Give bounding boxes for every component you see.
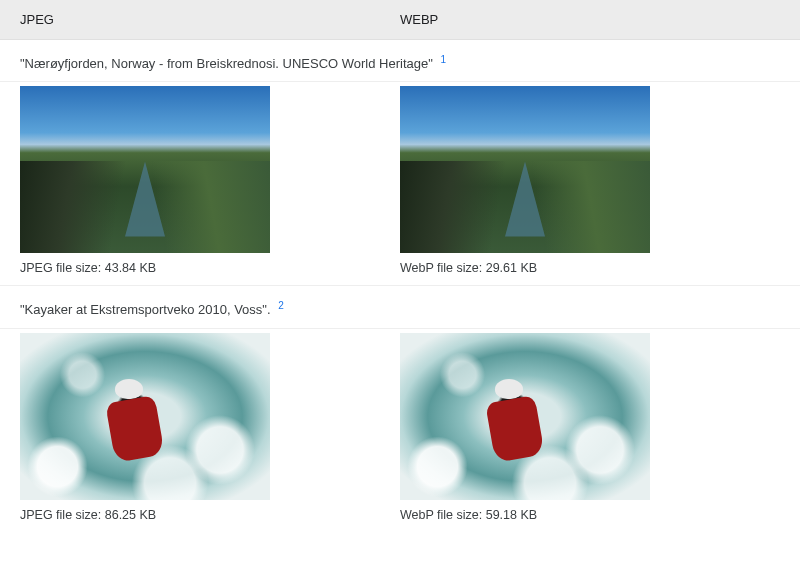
column-header-webp: WEBP (400, 12, 780, 27)
comparison-table: JPEG WEBP "Nærøyfjorden, Norway - from B… (0, 0, 800, 522)
table-header-row: JPEG WEBP (0, 0, 800, 40)
jpeg-size-label: JPEG file size: 86.25 KB (20, 508, 380, 522)
jpeg-cell: JPEG file size: 86.25 KB (20, 333, 400, 522)
image-caption: "Nærøyfjorden, Norway - from Breiskredno… (20, 56, 433, 71)
footnote-link[interactable]: 2 (278, 300, 284, 311)
jpeg-size-label: JPEG file size: 43.84 KB (20, 261, 380, 275)
image-caption: "Kayaker at Ekstremsportveko 2010, Voss"… (20, 303, 271, 318)
webp-cell: WebP file size: 59.18 KB (400, 333, 780, 522)
webp-size-label: WebP file size: 59.18 KB (400, 508, 760, 522)
webp-thumbnail[interactable] (400, 86, 650, 253)
image-comparison-row: JPEG file size: 86.25 KB WebP file size:… (0, 329, 800, 522)
image-caption-row: "Nærøyfjorden, Norway - from Breiskredno… (0, 40, 800, 82)
column-header-jpeg: JPEG (20, 12, 400, 27)
image-caption-row: "Kayaker at Ekstremsportveko 2010, Voss"… (0, 286, 800, 328)
image-comparison-row: JPEG file size: 43.84 KB WebP file size:… (0, 82, 800, 286)
webp-cell: WebP file size: 29.61 KB (400, 86, 780, 275)
jpeg-cell: JPEG file size: 43.84 KB (20, 86, 400, 275)
webp-size-label: WebP file size: 29.61 KB (400, 261, 760, 275)
jpeg-thumbnail[interactable] (20, 333, 270, 500)
webp-thumbnail[interactable] (400, 333, 650, 500)
jpeg-thumbnail[interactable] (20, 86, 270, 253)
footnote-link[interactable]: 1 (440, 54, 446, 65)
